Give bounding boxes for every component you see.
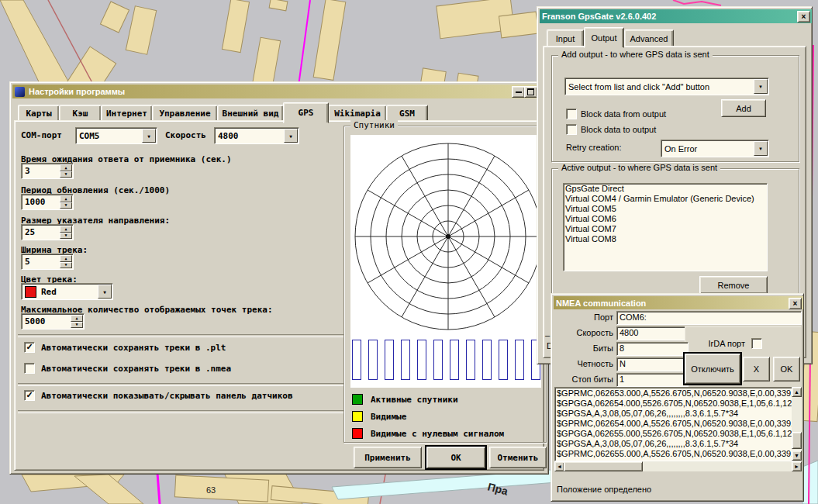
spin-up-icon[interactable]: ▲ <box>71 315 83 322</box>
track-color-combo[interactable]: Red ▼ <box>21 283 113 300</box>
parity-label: Четность <box>554 359 613 368</box>
output-list-item[interactable]: GpsGate Direct <box>564 184 767 194</box>
spin-down-icon[interactable]: ▼ <box>60 233 72 240</box>
spin-down-icon[interactable]: ▼ <box>60 202 72 209</box>
signal-bar <box>352 340 361 380</box>
stopbits-label: Стоп биты <box>554 375 613 384</box>
tab-gps[interactable]: GPS <box>283 102 329 123</box>
nmea-window: NMEA communication × Порт COM6: Скорость… <box>551 293 804 502</box>
close-button[interactable]: × <box>789 298 802 309</box>
tab-output[interactable]: Output <box>584 27 624 48</box>
retry-creation-label: Retry creation: <box>566 143 622 152</box>
chevron-down-icon[interactable]: ▼ <box>754 79 768 94</box>
vertical-scrollbar[interactable]: ▲ ▼ <box>792 387 802 461</box>
nmea-log-line: $GPGGA,062654.000,5526.6705,N,06520.9038… <box>557 399 792 409</box>
sensors-panel-checkbox[interactable]: ✓ <box>24 390 35 401</box>
nmea-log[interactable]: $GPRMC,062653.000,A,5526.6705,N,06520.90… <box>554 387 793 461</box>
output-list-item[interactable]: Virtual COM6 <box>564 214 767 224</box>
chevron-down-icon[interactable]: ▼ <box>98 285 112 299</box>
nmea-ok-button[interactable]: OK <box>773 357 800 381</box>
chevron-down-icon[interactable]: ▼ <box>142 129 156 143</box>
legend-color-swatch <box>352 411 363 422</box>
block-to-checkbox[interactable] <box>566 124 577 135</box>
satellite-legend: Активные спутники Видимые Видимые с нуле… <box>352 394 541 445</box>
minimize-button[interactable] <box>512 86 525 98</box>
tab-advanced[interactable]: Advanced <box>624 29 674 47</box>
legend-label: Видимые с нулевым сигналом <box>371 429 504 439</box>
save-nmea-checkbox[interactable] <box>24 363 35 374</box>
output-list-item[interactable]: Virtual COM7 <box>564 224 767 234</box>
output-list-item[interactable]: Virtual COM4 / Garmin Emulator (Generic … <box>564 194 767 204</box>
settings-window: Настройки программы × Карты Кэш Интернет… <box>9 81 549 475</box>
save-plt-label: Автоматически сохранять треки в .plt <box>41 343 226 353</box>
spin-up-icon[interactable]: ▲ <box>60 226 72 233</box>
scroll-down-icon[interactable]: ▼ <box>792 450 802 461</box>
apply-button[interactable]: Применить <box>354 447 422 468</box>
disconnect-button[interactable]: Отключить <box>685 354 740 384</box>
x-button[interactable]: X <box>743 357 770 381</box>
nmea-title-bar[interactable]: NMEA communication × <box>554 296 803 309</box>
ok-button[interactable]: ОК <box>426 447 485 468</box>
chevron-down-icon[interactable]: ▼ <box>754 141 768 156</box>
active-output-list[interactable]: GpsGate DirectVirtual COM4 / Garmin Emul… <box>563 183 768 271</box>
com-port-label: COM-порт <box>21 130 62 140</box>
separator <box>18 334 343 337</box>
add-button[interactable]: Add <box>721 99 766 117</box>
scrollbar-thumb[interactable] <box>792 432 802 449</box>
port-input[interactable]: COM6: <box>616 311 802 325</box>
speed-label: Скорость <box>165 130 206 140</box>
signal-bar <box>433 340 443 380</box>
cancel-button[interactable]: Отменить <box>489 447 547 468</box>
irda-checkbox[interactable] <box>751 338 762 349</box>
scrollbar-thumb[interactable] <box>564 461 643 471</box>
update-period-spinner[interactable]: 1000 ▲▼ <box>21 194 74 210</box>
maximize-button[interactable] <box>524 86 537 98</box>
block-from-checkbox[interactable] <box>566 109 577 119</box>
block-from-label: Block data from output <box>581 109 666 119</box>
signal-bar <box>385 340 394 380</box>
obscured-text-fragment: – <box>545 330 550 340</box>
separator <box>18 410 343 413</box>
horizontal-scrollbar[interactable]: ◄ ► <box>554 461 802 471</box>
pointer-size-spinner[interactable]: 25 ▲▼ <box>21 224 74 240</box>
remove-button[interactable]: Remove <box>699 276 768 294</box>
close-button[interactable]: × <box>797 11 810 22</box>
spin-up-icon[interactable]: ▲ <box>60 195 72 202</box>
spin-up-icon[interactable]: ▲ <box>60 164 72 171</box>
settings-title-bar[interactable]: Настройки программы × <box>12 85 548 98</box>
save-plt-checkbox[interactable]: ✓ <box>24 342 35 353</box>
speed-combo[interactable]: 4800 ▼ <box>214 127 299 144</box>
retry-creation-combo[interactable]: On Error ▼ <box>661 140 769 157</box>
minimize-icon <box>516 91 522 93</box>
irda-label: IrDA порт <box>695 339 745 348</box>
spin-up-icon[interactable]: ▲ <box>60 255 72 262</box>
track-width-spinner[interactable]: 5 ▲▼ <box>21 254 74 270</box>
parity-input[interactable]: N <box>616 357 689 371</box>
output-select-combo[interactable]: Select from list and click "Add" button … <box>564 78 769 95</box>
output-list-item[interactable]: Virtual COM8 <box>564 234 767 244</box>
scroll-up-icon[interactable]: ▲ <box>792 387 802 397</box>
com-port-combo[interactable]: COM5 ▼ <box>75 127 157 144</box>
scroll-right-icon[interactable]: ► <box>792 461 802 471</box>
baud-input[interactable]: 4800 <box>616 326 689 340</box>
bits-input[interactable]: 8 <box>616 342 689 356</box>
stopbits-input[interactable]: 1 <box>616 373 689 387</box>
gpsgate-title-bar[interactable]: Franson GpsGate v2.6.0.402 × <box>540 9 812 23</box>
signal-bar <box>368 340 378 380</box>
tab-input[interactable]: Input <box>547 29 584 47</box>
satellite-plot-panel <box>350 135 541 388</box>
spin-down-icon[interactable]: ▼ <box>60 171 72 178</box>
separator <box>18 383 343 386</box>
legend-item: Видимые с нулевым сигналом <box>352 428 541 439</box>
max-points-spinner[interactable]: 5000 ▲▼ <box>21 313 85 330</box>
signal-bar <box>499 340 508 380</box>
signal-bar <box>401 340 410 380</box>
legend-item: Активные спутники <box>352 394 541 405</box>
desktop: 63 Пра Настройки программы × Карты Кэш И… <box>0 0 818 504</box>
timeout-spinner[interactable]: 3 ▲▼ <box>21 163 74 179</box>
spin-down-icon[interactable]: ▼ <box>60 262 72 269</box>
spin-down-icon[interactable]: ▼ <box>71 322 83 329</box>
chevron-down-icon[interactable]: ▼ <box>284 129 298 143</box>
output-list-item[interactable]: Virtual COM5 <box>564 204 767 214</box>
legend-color-swatch <box>352 428 363 439</box>
